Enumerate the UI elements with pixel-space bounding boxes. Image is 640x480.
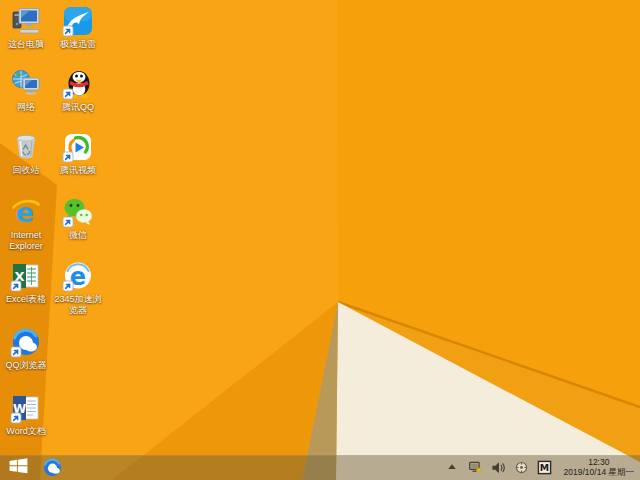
this-pc-icon: [10, 5, 42, 37]
network-status-icon[interactable]: [468, 460, 484, 476]
xunlei-icon: [62, 5, 94, 37]
internet-explorer-icon: e: [10, 196, 42, 228]
tencent-qq-icon: [62, 68, 94, 100]
desktop-icon-tencent-qq[interactable]: 腾讯QQ: [52, 68, 104, 113]
desktop-icon-label: 2345加速浏览器: [52, 294, 104, 315]
desktop-icon-grid: 这台电脑极速迅雷网络腾讯QQ回收站腾讯视频eInternet Explorer微…: [0, 0, 640, 480]
desktop-icon-browser-2345[interactable]: e2345加速浏览器: [52, 260, 104, 315]
tencent-video-icon: [62, 131, 94, 163]
browser-2345-icon: e: [62, 260, 94, 292]
volume-icon[interactable]: [491, 460, 507, 476]
shortcut-arrow-badge: [11, 413, 21, 423]
wechat-icon: [62, 196, 94, 228]
taskbar-clock[interactable]: 12:30 2019/10/14 星期一: [564, 458, 634, 477]
desktop-icon-word[interactable]: WWord文档: [0, 392, 52, 437]
taskbar: M 12:30 2019/10/14 星期一: [0, 455, 640, 480]
desktop-screen: 这台电脑极速迅雷网络腾讯QQ回收站腾讯视频eInternet Explorer微…: [0, 0, 640, 480]
desktop-icon-label: 极速迅雷: [52, 39, 104, 50]
desktop-icon-label: 腾讯视频: [52, 165, 104, 176]
network-icon: [10, 68, 42, 100]
system-tray: M 12:30 2019/10/14 星期一: [445, 458, 640, 477]
shortcut-arrow-badge: [11, 281, 21, 291]
taskbar-pinned-qq-browser[interactable]: [36, 455, 68, 480]
input-indicator-icon[interactable]: [514, 460, 530, 476]
desktop-icon-label: 微信: [52, 230, 104, 241]
qq-browser-icon: [10, 326, 42, 358]
clock-date: 2019/10/14 星期一: [564, 468, 634, 478]
desktop-icon-excel[interactable]: XExcel表格: [0, 260, 52, 305]
shortcut-arrow-badge: [63, 217, 73, 227]
desktop-icon-label: QQ浏览器: [0, 360, 52, 371]
shortcut-arrow-badge: [63, 152, 73, 162]
desktop-icon-network[interactable]: 网络: [0, 68, 52, 113]
tray-icons: M: [445, 460, 553, 476]
desktop-icon-internet-explorer[interactable]: eInternet Explorer: [0, 196, 52, 251]
desktop-icon-recycle-bin[interactable]: 回收站: [0, 131, 52, 176]
shortcut-arrow-badge: [63, 89, 73, 99]
desktop-icon-label: 回收站: [0, 165, 52, 176]
word-icon: W: [10, 392, 42, 424]
start-button[interactable]: [0, 455, 36, 480]
shortcut-arrow-badge: [11, 347, 21, 357]
desktop-icon-xunlei[interactable]: 极速迅雷: [52, 5, 104, 50]
desktop-icon-this-pc[interactable]: 这台电脑: [0, 5, 52, 50]
desktop-icon-label: 这台电脑: [0, 39, 52, 50]
desktop-icon-label: 网络: [0, 102, 52, 113]
desktop-icon-tencent-video[interactable]: 腾讯视频: [52, 131, 104, 176]
hidden-icons-arrow-icon[interactable]: [445, 460, 461, 476]
excel-icon: X: [10, 260, 42, 292]
desktop-icon-label: Excel表格: [0, 294, 52, 305]
desktop-icon-label: Word文档: [0, 426, 52, 437]
desktop-icon-qq-browser[interactable]: QQ浏览器: [0, 326, 52, 371]
desktop-icon-label: 腾讯QQ: [52, 102, 104, 113]
ime-mode-icon[interactable]: M: [537, 460, 553, 476]
shortcut-arrow-badge: [63, 26, 73, 36]
taskbar-pinned-apps: [36, 455, 68, 480]
desktop-icon-label: Internet Explorer: [0, 230, 52, 251]
windows-logo-icon: [9, 458, 28, 478]
shortcut-arrow-badge: [63, 281, 73, 291]
recycle-bin-icon: [10, 131, 42, 163]
svg-text:M: M: [540, 462, 549, 473]
desktop-icon-wechat[interactable]: 微信: [52, 196, 104, 241]
